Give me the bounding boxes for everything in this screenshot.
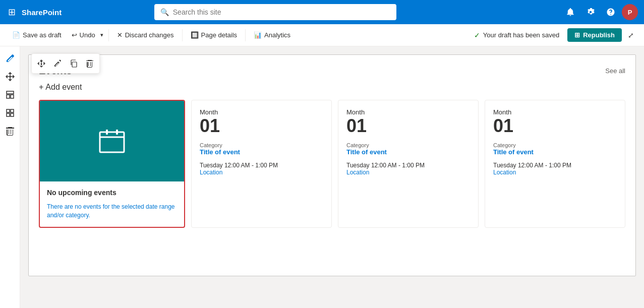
event-title-3[interactable]: Title of event bbox=[493, 148, 617, 156]
search-bar: 🔍 bbox=[154, 4, 396, 20]
sidebar-delete-icon[interactable] bbox=[2, 123, 18, 139]
app-name: SharePoint bbox=[22, 8, 62, 17]
floating-edit-toolbar bbox=[31, 53, 100, 74]
no-events-description: There are no events for the selected dat… bbox=[47, 203, 177, 220]
notification-icon[interactable] bbox=[561, 3, 579, 21]
search-input[interactable] bbox=[173, 8, 390, 16]
event-title-1[interactable]: Title of event bbox=[200, 148, 323, 156]
event-location-1[interactable]: Location bbox=[200, 169, 323, 176]
sidebar-sections-icon[interactable] bbox=[2, 87, 18, 103]
page-content: Events See all + Add event bbox=[20, 46, 644, 308]
add-event-button[interactable]: + Add event bbox=[39, 83, 625, 92]
selected-event-card[interactable]: No upcoming events There are no events f… bbox=[39, 100, 185, 228]
analytics-icon: 📊 bbox=[254, 31, 262, 39]
undo-icon: ↩ bbox=[72, 31, 77, 39]
event-category-2: Category bbox=[346, 142, 470, 148]
svg-rect-6 bbox=[7, 113, 10, 116]
event-day-2: 01 bbox=[346, 116, 470, 136]
float-move-button[interactable] bbox=[34, 56, 49, 71]
event-card-1[interactable]: Month 01 Category Title of event Tuesday… bbox=[191, 100, 332, 228]
discard-changes-button[interactable]: ✕ Discard changes bbox=[113, 29, 178, 41]
svg-point-0 bbox=[9, 76, 11, 78]
event-card-3[interactable]: Month 01 Category Title of event Tuesday… bbox=[485, 100, 625, 228]
add-icon: + bbox=[39, 83, 43, 92]
expand-button[interactable]: ⤢ bbox=[626, 29, 636, 41]
search-icon: 🔍 bbox=[160, 8, 169, 16]
event-month-1: Month bbox=[200, 108, 323, 116]
avatar[interactable]: P bbox=[622, 4, 638, 20]
svg-rect-4 bbox=[7, 109, 10, 112]
republish-button[interactable]: ⊞ Republish bbox=[567, 28, 622, 42]
undo-dropdown-button[interactable]: ▾ bbox=[99, 30, 104, 40]
left-sidebar bbox=[0, 46, 20, 308]
save-as-draft-button[interactable]: 📄 Save as draft bbox=[8, 29, 66, 41]
top-navigation: ⊞ SharePoint 🔍 P bbox=[0, 0, 644, 24]
events-header: Events See all bbox=[39, 65, 625, 77]
see-all-link[interactable]: See all bbox=[605, 67, 625, 75]
svg-rect-5 bbox=[11, 109, 14, 112]
check-icon: ✓ bbox=[474, 31, 480, 39]
republish-icon: ⊞ bbox=[574, 31, 580, 39]
svg-rect-3 bbox=[11, 95, 14, 98]
event-category-1: Category bbox=[200, 142, 323, 148]
events-grid: No upcoming events There are no events f… bbox=[39, 100, 625, 228]
svg-rect-10 bbox=[100, 132, 124, 152]
edit-toolbar: 📄 Save as draft ↩ Undo ▾ ✕ Discard chang… bbox=[0, 24, 644, 46]
no-events-card-body: No upcoming events There are no events f… bbox=[40, 181, 184, 227]
svg-point-8 bbox=[41, 63, 42, 64]
toolbar-separator-1 bbox=[108, 29, 109, 41]
event-time-3: Tuesday 12:00 AM - 1:00 PM bbox=[493, 162, 617, 169]
event-month-2: Month bbox=[346, 108, 470, 116]
sidebar-edit-icon[interactable] bbox=[2, 50, 18, 67]
event-card-image bbox=[40, 101, 184, 181]
event-day-1: 01 bbox=[200, 116, 323, 136]
event-card-2[interactable]: Month 01 Category Title of event Tuesday… bbox=[338, 100, 479, 228]
sidebar-webparts-icon[interactable] bbox=[2, 105, 18, 121]
float-copy-button[interactable] bbox=[66, 56, 81, 71]
svg-rect-12 bbox=[106, 130, 108, 135]
svg-rect-2 bbox=[7, 95, 10, 98]
event-location-3[interactable]: Location bbox=[493, 169, 617, 176]
event-title-2[interactable]: Title of event bbox=[346, 148, 470, 156]
page-details-button[interactable]: 🔲 Page details bbox=[187, 29, 242, 41]
toolbar-separator-3 bbox=[245, 29, 246, 41]
page-details-icon: 🔲 bbox=[191, 31, 199, 39]
svg-rect-13 bbox=[116, 130, 118, 135]
float-edit-button[interactable] bbox=[50, 56, 65, 71]
main-area: Events See all + Add event bbox=[0, 46, 644, 308]
content-wrapper: Events See all + Add event bbox=[28, 54, 636, 276]
event-location-2[interactable]: Location bbox=[346, 169, 470, 176]
event-day-3: 01 bbox=[493, 116, 617, 136]
settings-icon[interactable] bbox=[581, 3, 600, 21]
sidebar-move-icon[interactable] bbox=[2, 69, 18, 85]
toolbar-separator-2 bbox=[182, 29, 183, 41]
svg-rect-9 bbox=[72, 62, 77, 67]
draft-saved-status: ✓ Your draft has been saved bbox=[474, 31, 559, 39]
analytics-button[interactable]: 📊 Analytics bbox=[250, 29, 295, 41]
event-category-3: Category bbox=[493, 142, 617, 148]
svg-rect-7 bbox=[11, 113, 14, 116]
help-icon[interactable] bbox=[602, 3, 620, 21]
svg-rect-1 bbox=[7, 91, 14, 94]
event-time-1: Tuesday 12:00 AM - 1:00 PM bbox=[200, 162, 323, 169]
nav-right-icons: P bbox=[561, 3, 638, 21]
event-month-3: Month bbox=[493, 108, 617, 116]
no-events-title: No upcoming events bbox=[47, 189, 177, 197]
float-delete-button[interactable] bbox=[82, 56, 97, 71]
app-launcher-icon[interactable]: ⊞ bbox=[6, 5, 18, 20]
discard-icon: ✕ bbox=[117, 31, 123, 39]
undo-button[interactable]: ↩ Undo bbox=[68, 29, 99, 41]
save-icon: 📄 bbox=[12, 31, 20, 39]
undo-group: ↩ Undo ▾ bbox=[68, 29, 104, 41]
event-time-2: Tuesday 12:00 AM - 1:00 PM bbox=[346, 162, 470, 169]
